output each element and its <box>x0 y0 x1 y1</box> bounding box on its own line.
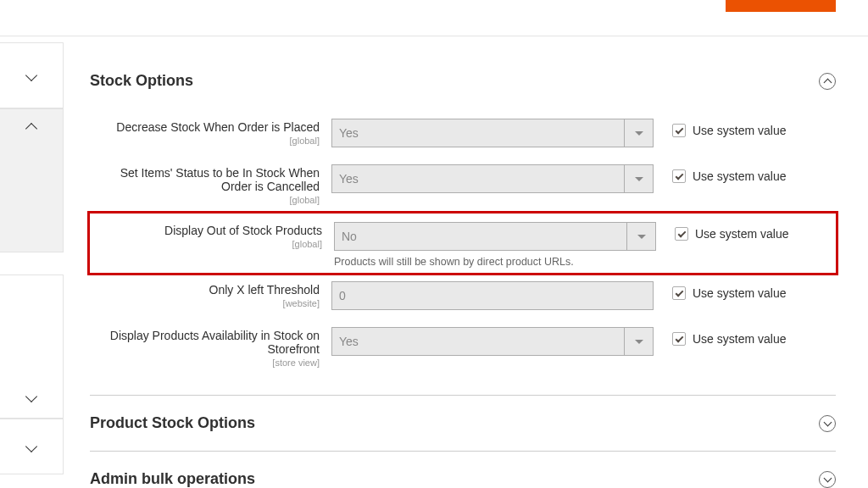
select-value: Yes <box>339 172 359 186</box>
select-value: Yes <box>339 126 359 140</box>
sys-label: Use system value <box>693 332 786 346</box>
chevron-up-icon <box>25 123 37 135</box>
section-product-stock-options-header[interactable]: Product Stock Options <box>90 396 836 452</box>
section-admin-bulk-header[interactable]: Admin bulk operations <box>90 452 836 488</box>
caret-down-icon <box>626 223 655 250</box>
label: Decrease Stock When Order is Placed <box>116 120 320 134</box>
scope: [store view] <box>90 358 320 368</box>
section-title: Stock Options <box>90 72 819 90</box>
section-stock-options-body: Decrease Stock When Order is Placed [glo… <box>90 110 836 376</box>
section-stock-options-header[interactable]: Stock Options <box>90 69 836 110</box>
save-config-button[interactable] <box>726 0 836 12</box>
label: Display Out of Stock Products <box>164 224 322 237</box>
select-value: Yes <box>339 335 359 348</box>
subnav-collapsed-2[interactable] <box>0 274 64 419</box>
label: Only X left Threshold <box>209 283 320 297</box>
checkbox-checked-icon <box>675 227 688 241</box>
sys-label: Use system value <box>695 227 788 241</box>
caret-down-icon <box>624 119 653 147</box>
use-system-value-instock[interactable]: Use system value <box>672 164 786 183</box>
checkbox-checked-icon <box>672 332 686 346</box>
scope: [global] <box>90 136 320 146</box>
help-text: Products will still be shown by direct p… <box>334 256 656 268</box>
subnav-collapsed-1[interactable] <box>0 42 64 108</box>
decrease-stock-select: Yes <box>331 119 654 147</box>
sys-label: Use system value <box>693 169 786 183</box>
display-oos-select: No <box>334 222 656 251</box>
chevron-down-icon <box>25 69 37 81</box>
subnav-collapsed-3[interactable] <box>0 419 64 474</box>
caret-down-icon <box>624 165 653 192</box>
select-value: No <box>342 230 357 243</box>
label: Display Products Availability in Stock o… <box>110 329 320 356</box>
sys-label: Use system value <box>693 124 786 137</box>
sys-label: Use system value <box>693 286 786 300</box>
use-system-value-availability[interactable]: Use system value <box>672 327 786 346</box>
use-system-value-onlyx[interactable]: Use system value <box>672 281 786 300</box>
row-instock-cancel: Set Items' Status to be In Stock When Or… <box>90 156 836 214</box>
row-decrease-stock: Decrease Stock When Order is Placed [glo… <box>90 110 836 156</box>
use-system-value-decrease[interactable]: Use system value <box>672 119 786 137</box>
scope: [website] <box>90 298 320 308</box>
row-display-oos: Display Out of Stock Products [global] N… <box>87 211 838 275</box>
instock-cancel-select: Yes <box>331 164 654 193</box>
use-system-value-oos[interactable]: Use system value <box>675 222 788 241</box>
section-title: Admin bulk operations <box>90 470 819 488</box>
checkbox-checked-icon <box>672 169 686 183</box>
label: Set Items' Status to be In Stock When Or… <box>120 166 320 193</box>
chevron-down-icon <box>25 441 37 452</box>
section-title: Product Stock Options <box>90 414 819 432</box>
only-x-input <box>331 281 654 310</box>
scope: [global] <box>90 195 320 205</box>
chevron-down-icon <box>25 391 37 402</box>
scope: [global] <box>92 239 322 249</box>
expand-icon <box>819 415 836 432</box>
collapse-icon <box>819 73 836 90</box>
checkbox-checked-icon <box>672 124 686 137</box>
subnav-expanded[interactable] <box>0 108 64 252</box>
checkbox-checked-icon <box>672 286 686 300</box>
expand-icon <box>819 471 836 488</box>
row-availability: Display Products Availability in Stock o… <box>90 319 836 376</box>
row-only-x: Only X left Threshold [website] Use syst… <box>90 273 836 319</box>
availability-select: Yes <box>331 327 654 356</box>
left-subnav <box>0 42 64 474</box>
caret-down-icon <box>624 328 653 355</box>
